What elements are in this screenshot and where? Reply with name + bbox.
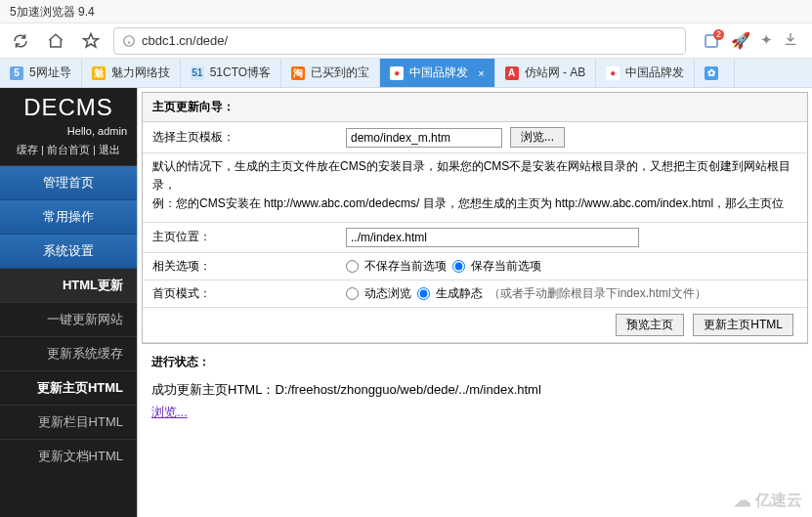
panel-title: 主页更新向导： [143,93,807,122]
status-preview-link[interactable]: 浏览... [151,405,188,419]
greeting-text: Hello, admin [0,123,137,139]
tab-3[interactable]: 淘已买到的宝 [281,59,380,87]
tab-favicon: ● [390,66,404,80]
rocket-icon[interactable]: 🚀 [731,31,750,51]
main-panel: 主页更新向导： 选择主页模板： 浏览... 默认的情况下，生成的主页文件放在CM… [137,88,812,517]
tab-favicon: ✿ [705,66,718,80]
tab-favicon: A [505,66,519,80]
address-bar[interactable] [113,27,686,55]
nav-item-1[interactable]: 更新系统缓存 [0,336,137,370]
tab-4[interactable]: ●中国品牌发× [380,59,494,87]
tab-favicon: 魅 [92,66,106,80]
notification-icon[interactable]: 2 [702,31,721,51]
tab-label: 仿站网 - AB [525,65,586,81]
home-button[interactable] [43,28,68,54]
app-logo: DECMS [0,88,137,123]
nav-group-1[interactable]: 常用操作 [0,200,137,235]
tab-favicon: 51 [191,66,204,80]
tab-favicon: ● [606,66,620,80]
radio-static[interactable] [417,287,430,300]
link-clear-cache[interactable]: 缓存 [17,144,38,155]
tab-0[interactable]: 55网址导 [0,59,82,87]
update-button[interactable]: 更新主页HTML [693,314,793,336]
nav-group-0[interactable]: 管理首页 [0,166,137,200]
tab-6[interactable]: ●中国品牌发 [596,59,695,87]
row-options: 相关选项： 不保存当前选项 保存当前选项 [143,253,807,280]
tab-label: 中国品牌发 [625,65,684,81]
tab-favicon: 5 [10,66,23,80]
radio-dynamic-label: 动态浏览 [364,285,411,302]
row-position: 主页位置： [143,223,807,253]
url-input[interactable] [142,33,677,48]
close-icon[interactable]: × [478,67,484,79]
tab-2[interactable]: 5151CTO博客 [181,59,281,87]
row-mode: 首页模式： 动态浏览 生成静态 （或者手动删除根目录下index.html文件） [143,280,807,308]
actions-row: 预览主页 更新主页HTML [143,308,807,343]
status-message: 成功更新主页HTML：D:/freehost/zhongguo/web/dede… [151,382,541,397]
mode-note: （或者手动删除根目录下index.html文件） [489,285,706,302]
favorite-button[interactable] [78,28,104,54]
nav-group-2[interactable]: 系统设置 [0,235,137,269]
radio-static-label: 生成静态 [436,285,483,302]
sidebar: DECMS Hello, admin 缓存 | 前台首页 | 退出 管理首页常用… [0,88,137,517]
help-line-2: 例：您的CMS安装在 http://www.abc.com/dedecms/ 目… [152,196,784,210]
wand-icon[interactable]: ✦ [760,31,773,51]
options-label: 相关选项： [152,258,338,275]
nav-item-0[interactable]: 一键更新网站 [0,302,137,336]
browse-button[interactable]: 浏览... [510,127,565,148]
radio-no-save-label: 不保存当前选项 [364,258,447,275]
notification-badge: 2 [713,29,724,40]
help-line-1: 默认的情况下，生成的主页文件放在CMS的安装目录，如果您的CMS不是安装在网站根… [152,159,791,192]
nav-item-2[interactable]: 更新主页HTML [0,370,137,405]
template-label: 选择主页模板： [152,129,338,146]
link-front-page[interactable]: 前台首页 [47,144,90,155]
info-icon [122,34,136,48]
tab-1[interactable]: 魅魅力网络技 [82,59,181,87]
download-icon[interactable] [783,31,798,51]
help-text: 默认的情况下，生成的主页文件放在CMS的安装目录，如果您的CMS不是安装在网站根… [143,153,807,223]
workspace: DECMS Hello, admin 缓存 | 前台首页 | 退出 管理首页常用… [0,88,812,517]
tab-label: 魅力网络技 [111,65,170,81]
status-body: 成功更新主页HTML：D:/freehost/zhongguo/web/dede… [138,374,812,428]
position-label: 主页位置： [152,229,338,245]
row-template: 选择主页模板： 浏览... [143,122,807,153]
position-input[interactable] [346,228,639,247]
link-logout[interactable]: 退出 [99,144,120,155]
form-panel: 主页更新向导： 选择主页模板： 浏览... 默认的情况下，生成的主页文件放在CM… [142,92,808,344]
tab-label: 5网址导 [29,65,71,81]
window-title: 5加速浏览器 9.4 [10,5,95,19]
watermark: ☁ 亿速云 [734,490,802,511]
tab-label: 中国品牌发 [409,65,468,81]
tab-5[interactable]: A仿站网 - AB [495,59,597,87]
tab-favicon: 淘 [291,66,305,80]
preview-button[interactable]: 预览主页 [616,314,684,336]
radio-dynamic[interactable] [346,287,359,300]
tabs-row: 55网址导魅魅力网络技5151CTO博客淘已买到的宝●中国品牌发×A仿站网 - … [0,59,812,88]
nav-section-html-update[interactable]: HTML更新 [0,269,137,302]
radio-save[interactable] [452,260,465,273]
tab-label: 已买到的宝 [311,65,369,81]
mode-label: 首页模式： [152,285,338,302]
nav-item-4[interactable]: 更新文档HTML [0,439,137,473]
browser-toolbar: 2 🚀 ✦ [0,23,812,59]
cloud-icon: ☁ [734,490,751,511]
toolbar-extras: 2 🚀 ✦ [696,31,804,51]
tab-label: 51CTO博客 [210,65,271,81]
watermark-text: 亿速云 [755,491,802,511]
tab-7[interactable]: ✿ [695,59,735,87]
refresh-button[interactable] [8,28,33,54]
template-input[interactable] [346,128,502,148]
status-title: 进行状态： [138,344,812,374]
nav-item-3[interactable]: 更新栏目HTML [0,405,137,439]
radio-save-label: 保存当前选项 [471,258,541,275]
radio-no-save[interactable] [346,260,359,273]
sidebar-top-links: 缓存 | 前台首页 | 退出 [0,139,137,166]
window-titlebar: 5加速浏览器 9.4 [0,0,812,23]
